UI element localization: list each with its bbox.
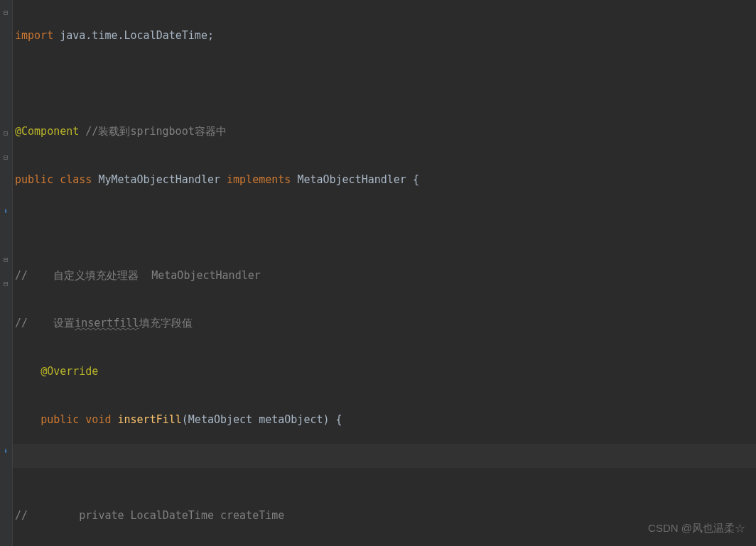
paren-brace: ) { (323, 413, 342, 426)
override-icon[interactable]: ⬇ (1, 447, 10, 456)
param-name: metaObject (259, 413, 323, 426)
keyword-import: import (15, 29, 53, 42)
param-type: MetaObject (188, 413, 252, 426)
watermark: CSDN @风也温柔☆ (648, 516, 745, 540)
keyword-public: public (15, 173, 53, 186)
comment-private: // private LocalDateTime createTime (15, 509, 284, 522)
keyword-public: public (40, 413, 79, 426)
fold-icon[interactable]: ⊟ (1, 153, 10, 162)
comment-handler: // 自定义填充处理器 MetaObjectHandler (15, 269, 261, 282)
paren: ( (182, 413, 188, 426)
comment-insert: // 设置insertfill填充字段值 (15, 317, 193, 329)
keyword-void: void (85, 413, 111, 426)
annotation-override: @Override (40, 365, 98, 378)
brace: { (406, 173, 419, 186)
override-icon[interactable]: ⬇ (1, 207, 10, 216)
code-area[interactable]: import java.time.LocalDateTime; @Compone… (13, 0, 573, 546)
import-path: java.time.LocalDateTime; (53, 29, 214, 42)
method-insertfill: insertFill (118, 413, 182, 426)
gutter: ⊟ ⊟ ⊟ ⬇ ⊟ ⊟ ⬇ (0, 0, 13, 546)
comment: //装载到springboot容器中 (79, 125, 226, 138)
annotation-component: @Component (15, 125, 79, 138)
fold-icon[interactable]: ⊟ (1, 256, 10, 264)
interface-name: MetaObjectHandler (297, 173, 406, 186)
fold-icon[interactable]: ⊟ (1, 9, 10, 17)
class-name: MyMetaObjectHandler (98, 173, 220, 186)
fold-icon[interactable]: ⊟ (1, 280, 10, 288)
keyword-class: class (60, 173, 92, 186)
fold-icon[interactable]: ⊟ (1, 129, 10, 138)
keyword-implements: implements (227, 173, 291, 186)
